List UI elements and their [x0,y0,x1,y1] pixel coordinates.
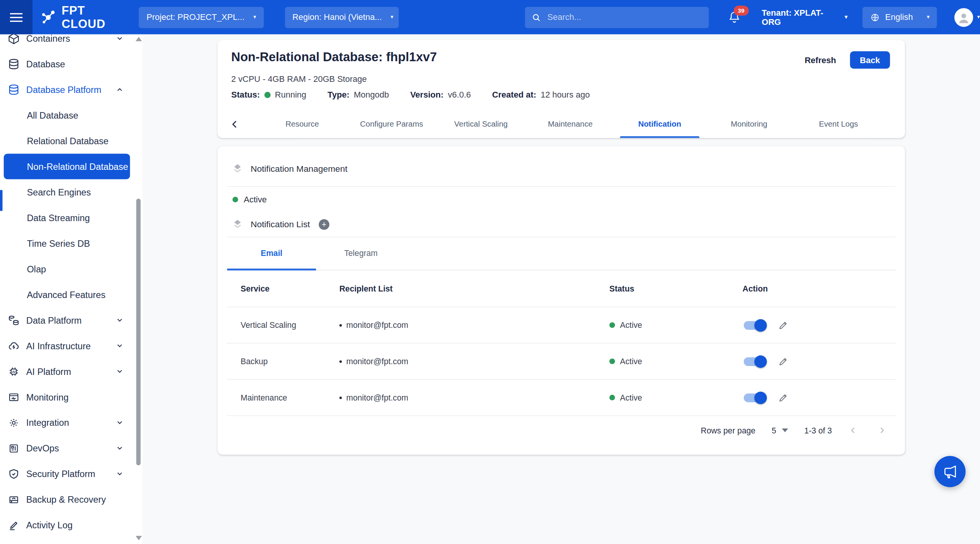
scroll-down-arrow-icon[interactable] [136,536,142,540]
sidebar-item-label: Advanced Features [27,290,105,300]
sidebar-item-non-relational-database[interactable]: Non-Relational Database [4,154,130,179]
project-selector[interactable]: Project: PROJECT_XPL... ▾ [139,7,263,28]
sidebar-item-integration[interactable]: Integration [0,410,142,435]
hamburger-menu-button[interactable] [0,0,33,34]
search-input[interactable] [525,12,705,23]
sidebar-item-label: Backup & Recovery [26,494,106,504]
row-status: Active [620,321,642,330]
edit-pencil-icon[interactable] [777,356,789,367]
sidebar-item-monitoring[interactable]: Monitoring [0,384,142,410]
database-specs: 2 vCPU - 4GB RAM - 20GB Storage [231,74,890,83]
service-cell: Maintenance [227,393,340,402]
tab-email[interactable]: Email [227,237,316,270]
scrollbar-thumb[interactable] [136,199,140,465]
region-selector[interactable]: Region: Hanoi (Vietna... ▾ [285,7,399,28]
chevron-down-icon [116,470,124,478]
sidebar-item-label: Database Platform [26,85,101,94]
row-status: Active [620,357,642,366]
notification-panel-card: Notification Management Active Notificat… [217,146,905,455]
sidebar-scrollbar[interactable] [134,34,142,544]
sidebar-item-relational-database[interactable]: Relational Database [0,128,142,154]
enable-toggle[interactable] [744,393,765,402]
sidebar-item-security-platform[interactable]: Security Platform [0,461,142,487]
scroll-up-arrow-icon[interactable] [136,37,142,41]
tab-vertical-scaling[interactable]: Vertical Scaling [436,111,526,138]
tab-configure-params[interactable]: Configure Params [347,111,436,138]
fpt-cloud-logo[interactable]: FPT CLOUD [40,3,129,31]
user-menu[interactable]: ▾ [955,8,980,26]
sidebar-item-label: Database [26,59,65,69]
hamburger-icon [10,16,23,18]
sidebar-item-ai-platform[interactable]: AI AI Platform [0,358,142,384]
announcements-fab-button[interactable] [934,456,966,487]
language-selector[interactable]: English ▾ [862,7,937,28]
tab-resource[interactable]: Resource [258,111,347,138]
tabs-scroll-left-button[interactable] [229,118,242,131]
chip-icon: AI [8,365,20,378]
sidebar-item-devops[interactable]: DevOps [0,435,142,461]
sidebar-item-olap[interactable]: Olap [0,256,142,282]
table-row: Vertical Scaling monitor@fpt.com Active [227,307,896,344]
sidebar-item-data-streaming[interactable]: Data Streaming [0,205,142,231]
chevron-down-icon [116,316,124,324]
sidebar-item-label: Olap [27,264,46,274]
enable-toggle[interactable] [744,357,765,366]
sidebar-item-ai-infrastructure[interactable]: AI Infrastructure [0,333,142,358]
channel-tab-bar: Email Telegram [227,237,896,270]
sidebar-item-label: All Database [27,110,78,120]
rows-per-page-select[interactable]: 5 [772,426,788,435]
previous-page-button[interactable] [848,425,858,435]
version-value: v6.0.6 [448,90,471,99]
back-button[interactable]: Back [850,51,890,69]
sidebar-item-data-platform[interactable]: Data Platform [0,307,142,333]
sidebar-item-label: Monitoring [26,392,69,402]
column-header-status: Status [609,284,743,293]
type-value: Mongodb [354,90,389,99]
detail-tab-bar: Resource Configure Params Vertical Scali… [217,111,905,138]
status-label: Status: [231,90,260,99]
sidebar-item-activity-log[interactable]: Activity Log [0,512,142,538]
next-page-button[interactable] [877,425,887,435]
row-status-dot [609,358,615,364]
row-status: Active [620,393,642,402]
avatar-icon [957,10,972,24]
chevron-down-icon [116,419,124,427]
sidebar-item-label: Non-Relational Database [27,161,128,171]
status-dot-running [264,91,270,98]
molecule-logo-icon [40,8,57,26]
shield-icon [8,467,20,480]
enable-toggle[interactable] [744,321,765,329]
sidebar-item-label: Security Platform [26,469,95,479]
caret-down-icon: ▾ [844,15,847,20]
devops-board-icon [8,442,20,454]
top-navbar: FPT CLOUD Project: PROJECT_XPL... ▾ Regi… [0,0,980,34]
edit-pencil-icon[interactable] [777,392,789,403]
tab-telegram[interactable]: Telegram [316,237,405,270]
pagination-range: 1-3 of 3 [804,426,832,435]
sidebar-item-containers[interactable]: Containers [0,34,142,51]
sidebar: Containers Database Database Platform Al… [0,34,142,544]
table-row: Maintenance monitor@fpt.com Active [227,380,896,416]
tenant-selector[interactable]: Tenant: XPLAT-ORG ▾ [762,8,848,26]
edit-pencil-icon[interactable] [777,319,789,331]
sidebar-item-advanced-features[interactable]: Advanced Features [0,282,142,307]
sidebar-item-time-series-db[interactable]: Time Series DB [0,230,142,256]
sidebar-item-backup-recovery[interactable]: Backup & Recovery [0,487,142,512]
chevron-up-icon [116,86,124,94]
sidebar-item-label: Data Streaming [27,213,90,223]
refresh-button[interactable]: Refresh [805,55,836,64]
tab-notification[interactable]: Notification [615,111,704,138]
sidebar-item-search-engines[interactable]: Search Engines [0,179,142,205]
sidebar-item-all-database[interactable]: All Database [0,103,142,128]
sidebar-item-database[interactable]: Database [0,51,142,77]
notification-status: Active [244,195,267,204]
tab-maintenance[interactable]: Maintenance [526,111,615,138]
sidebar-item-database-platform[interactable]: Database Platform [0,77,142,103]
sidebar-item-label: Data Platform [26,315,82,325]
notifications-bell-button[interactable]: 39 [727,10,742,24]
tab-event-logs[interactable]: Event Logs [794,111,883,138]
region-selector-label: Region: Hanoi (Vietna... [292,13,382,22]
database-detail-header-card: Non-Relational Database: fhpl1xv7 Refres… [217,40,905,138]
add-notification-button[interactable]: + [319,219,330,230]
tab-monitoring[interactable]: Monitoring [704,111,794,138]
